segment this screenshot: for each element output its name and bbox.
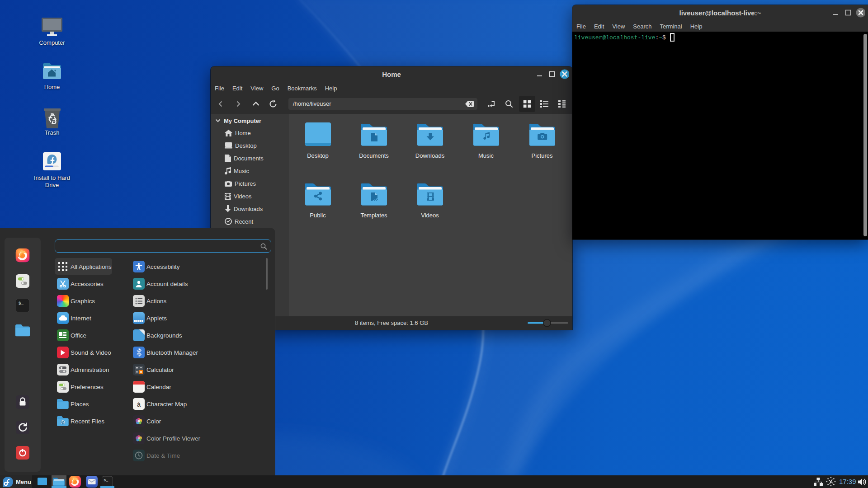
svg-text:$_: $_ [19, 301, 24, 306]
svg-text:$_: $_ [104, 478, 108, 482]
